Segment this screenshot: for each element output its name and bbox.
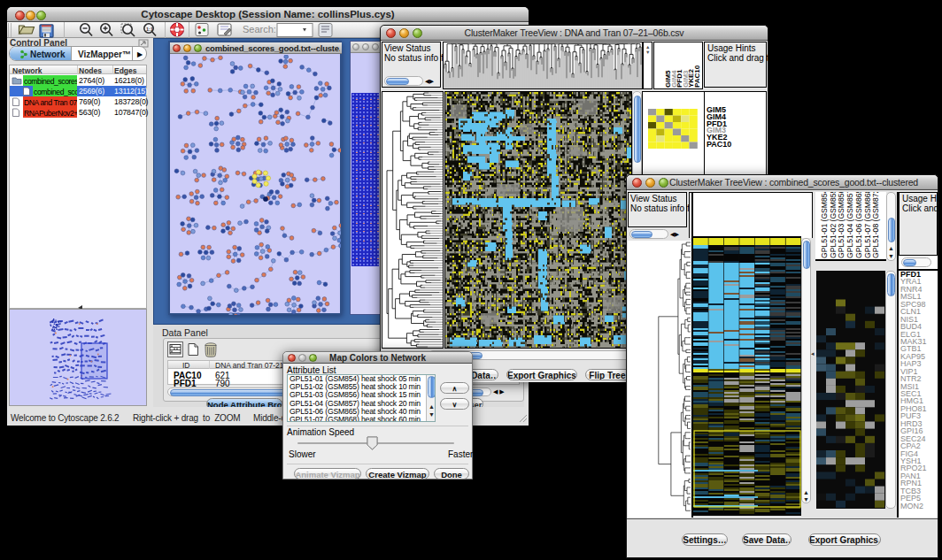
svg-text:1:1: 1:1 [146,27,153,32]
svg-text:Search:: Search: [243,24,276,35]
